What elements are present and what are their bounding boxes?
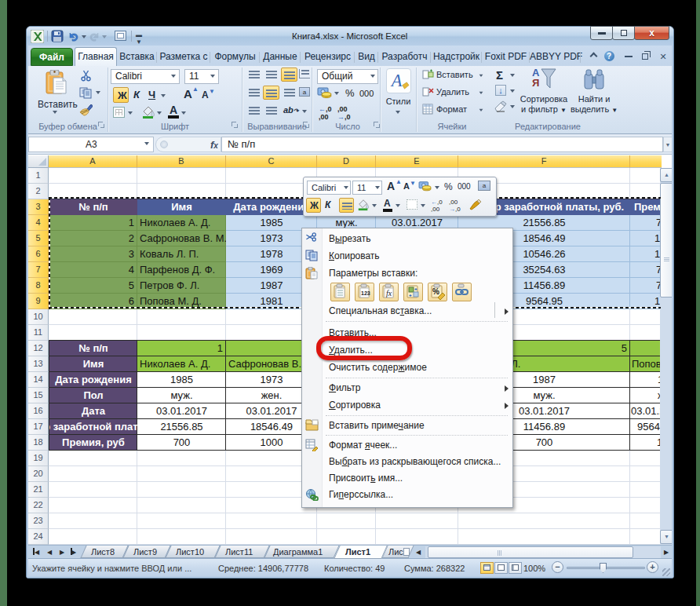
svg-text:fx: fx (386, 289, 392, 298)
svg-text:123: 123 (361, 290, 370, 296)
svg-text:A: A (390, 71, 403, 90)
svg-text:%: % (432, 287, 439, 296)
